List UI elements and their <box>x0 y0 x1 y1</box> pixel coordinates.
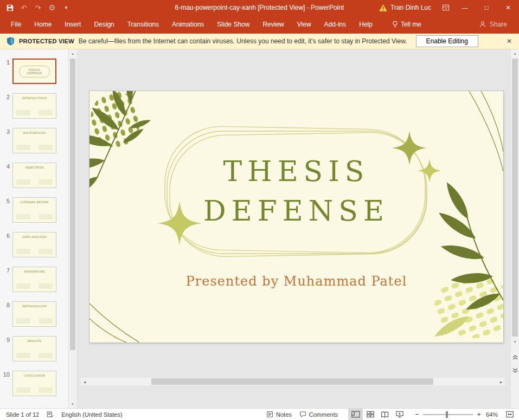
ribbon-tab[interactable]: Insert <box>58 16 87 33</box>
ribbon-tab-label: File <box>11 21 21 28</box>
slide-thumbnail-preview[interactable]: BACKGROUND <box>12 128 56 153</box>
slide-canvas[interactable]: THESIS DEFENSE Presented by Muhammad Pat… <box>89 91 503 343</box>
scroll-right-icon[interactable]: ▶ <box>497 378 505 385</box>
horizontal-scrollbar[interactable]: ◀ ▶ <box>81 378 505 385</box>
slideshow-view-button[interactable] <box>392 409 407 420</box>
ribbon-tab[interactable]: Tell me <box>386 16 428 33</box>
reading-view-button[interactable] <box>377 409 392 420</box>
slide-thumbnail-preview[interactable]: DATA ANALYSIS <box>12 232 56 257</box>
slide-number: 2 <box>1 93 10 119</box>
slide-thumbnail-preview[interactable]: LITERARY REVIEW <box>12 197 56 223</box>
slide-title: THESIS DEFENSE <box>89 152 503 231</box>
main-vertical-scrollbar[interactable]: ▲ ▼ <box>510 49 519 408</box>
ribbon-tab[interactable]: Review <box>256 16 290 33</box>
ribbon-tab[interactable]: Home <box>28 16 58 33</box>
scroll-down-icon[interactable]: ▼ <box>69 400 76 408</box>
ribbon-tab[interactable]: Transitions <box>121 16 165 33</box>
enable-editing-button[interactable]: Enable Editing <box>416 35 478 47</box>
slide-thumbnail-preview[interactable]: OBJECTIVES <box>12 163 56 188</box>
slide-number: 5 <box>1 197 10 223</box>
ribbon-tab-label: Slide Show <box>217 21 249 28</box>
shield-icon <box>7 37 15 46</box>
horizontal-scrollbar-thumb[interactable] <box>151 378 433 385</box>
slide-thumbnail-title: INTRODUCTION <box>14 96 55 100</box>
slide-thumbnail-preview[interactable]: INTRODUCTION <box>12 93 56 119</box>
fit-to-window-button[interactable] <box>502 409 517 420</box>
comments-label: Comments <box>309 411 338 418</box>
workspace: 1 THESIS DEFENSE 2 INTRODUCTION 3 BACKGR… <box>0 49 519 408</box>
share-button[interactable]: Share <box>479 21 515 28</box>
slide-thumbnail[interactable]: 10 CONCLUSION <box>0 371 68 396</box>
slide-thumbnail[interactable]: 6 DATA ANALYSIS <box>0 232 68 257</box>
maximize-button[interactable]: □ <box>476 0 497 15</box>
ribbon-tab-label: Insert <box>65 21 81 28</box>
ribbon-tab[interactable]: View <box>291 16 318 33</box>
close-button[interactable]: ✕ <box>497 0 519 15</box>
thumbnails-scrollbar-thumb[interactable] <box>70 59 75 350</box>
slide-thumbnail-title: METHODOLOGY <box>14 305 55 308</box>
warning-icon <box>379 4 387 11</box>
normal-view-button[interactable] <box>348 409 363 420</box>
zoom-out-button[interactable]: − <box>413 410 421 418</box>
slide-thumbnail[interactable]: 4 OBJECTIVES <box>0 163 68 188</box>
minimize-button[interactable]: — <box>454 0 476 15</box>
redo-button[interactable]: ↷ <box>34 3 42 12</box>
main-scrollbar-thumb[interactable] <box>512 59 518 337</box>
zoom-in-button[interactable]: + <box>475 410 483 418</box>
slide-thumbnail[interactable]: 8 METHODOLOGY <box>0 301 68 327</box>
slide-sorter-view-button[interactable] <box>363 409 377 420</box>
save-icon <box>7 4 14 11</box>
qat-dropdown-button[interactable]: ▾ <box>62 3 71 12</box>
scroll-up-icon[interactable]: ▲ <box>511 49 519 57</box>
slide-number: 4 <box>1 163 10 188</box>
slide-thumbnail-preview[interactable]: RESULTS <box>12 336 56 361</box>
slide-thumbnail-title: FRAMEWORK <box>14 270 55 273</box>
language-button[interactable]: English (United States) <box>57 409 126 420</box>
slide-thumbnail[interactable]: 5 LITERARY REVIEW <box>0 197 68 223</box>
double-chevron-up-icon <box>512 355 518 360</box>
ribbon-tab[interactable]: Slide Show <box>210 16 256 33</box>
slide-number: 9 <box>1 336 10 361</box>
slide-thumbnail-preview[interactable]: FRAMEWORK <box>12 267 56 292</box>
slide-thumbnail[interactable]: 3 BACKGROUND <box>0 128 68 153</box>
view-switcher <box>348 409 407 420</box>
slide-thumbnail-panel: 1 THESIS DEFENSE 2 INTRODUCTION 3 BACKGR… <box>0 49 68 408</box>
slide-thumbnail-preview[interactable]: THESIS DEFENSE <box>12 59 56 84</box>
scroll-left-icon[interactable]: ◀ <box>81 378 88 385</box>
notes-button[interactable]: Notes <box>262 409 296 420</box>
account-button[interactable]: Tran Dinh Luc <box>373 4 438 11</box>
slide-thumbnail[interactable]: 1 THESIS DEFENSE <box>0 59 68 84</box>
protected-view-close-icon[interactable]: ✕ <box>504 37 515 45</box>
zoom-slider-thumb[interactable] <box>446 411 448 418</box>
notes-label: Notes <box>276 411 292 418</box>
ribbon-tab-label: View <box>297 21 311 28</box>
proofing-button[interactable] <box>43 409 57 420</box>
touch-mode-button[interactable] <box>48 3 56 12</box>
ribbon-tab-label: Design <box>94 21 114 28</box>
next-slide-button[interactable] <box>511 365 519 376</box>
comments-button[interactable]: Comments <box>296 409 342 420</box>
scroll-down-icon[interactable]: ▼ <box>511 338 519 346</box>
slide-thumbnail[interactable]: 2 INTRODUCTION <box>0 93 68 119</box>
thumbnails-scrollbar[interactable]: ▲ ▼ <box>68 49 76 408</box>
slide-thumbnail[interactable]: 9 RESULTS <box>0 336 68 361</box>
slide-thumbnail[interactable]: 7 FRAMEWORK <box>0 267 68 292</box>
zoom-slider[interactable] <box>423 409 473 420</box>
scroll-up-icon[interactable]: ▲ <box>69 49 76 57</box>
ribbon-tab[interactable]: Add-ins <box>318 16 353 33</box>
reading-view-icon <box>381 411 389 418</box>
ribbon-tab[interactable]: File <box>4 16 28 33</box>
slide-thumbnail-preview[interactable]: METHODOLOGY <box>12 301 56 327</box>
zoom-level[interactable]: 64% <box>483 411 502 418</box>
slide-counter[interactable]: Slide 1 of 12 <box>2 409 43 420</box>
ribbon-display-options-button[interactable] <box>438 0 454 15</box>
save-button[interactable] <box>5 3 14 12</box>
undo-button[interactable]: ↶ <box>20 3 28 12</box>
slide-thumbnail-preview[interactable]: CONCLUSION <box>12 371 56 396</box>
slide-sorter-icon <box>367 411 374 418</box>
ribbon-tab[interactable]: Animations <box>165 16 210 33</box>
ribbon-tab[interactable]: Help <box>353 16 379 33</box>
previous-slide-button[interactable] <box>511 352 519 363</box>
ribbon-tab[interactable]: Design <box>87 16 120 33</box>
zoom-slider-track[interactable] <box>423 414 473 415</box>
